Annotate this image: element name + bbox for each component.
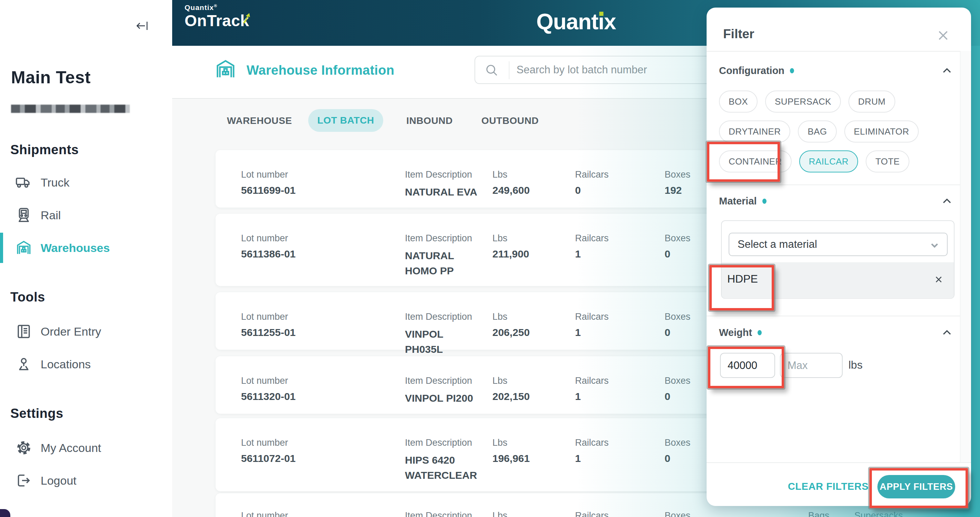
configuration-section-heading: Configuration [719, 63, 794, 78]
column-label: Item Description [405, 511, 472, 517]
active-filter-dot [757, 330, 762, 335]
remove-material-icon[interactable] [932, 273, 945, 286]
ledger-icon [15, 323, 32, 340]
active-filter-dot [762, 198, 767, 204]
sidebar-item-rail[interactable]: Rail [15, 204, 163, 227]
tab-lot-batch[interactable]: LOT BATCH [308, 109, 383, 132]
column-label: Lbs [492, 311, 508, 322]
weight-max-input[interactable] [780, 353, 843, 378]
selected-material-row: HDPE [722, 262, 954, 298]
column-label: Item Description [405, 438, 472, 448]
column-value-boxes: 192 [665, 184, 682, 196]
clear-filters-button[interactable]: CLEAR FILTERS [786, 481, 870, 493]
chip-drytainer[interactable]: DRYTAINER [719, 121, 790, 143]
panel-divider [706, 462, 971, 463]
column-value-boxes: 0 [665, 391, 670, 402]
chevron-down-icon [928, 238, 942, 252]
column-value-lbs: 249,600 [492, 184, 530, 196]
weight-min-input[interactable] [720, 353, 775, 378]
sidebar: Main Test Shipments Truck Rail [0, 0, 172, 517]
chip-railcar[interactable]: RAILCAR [799, 151, 858, 173]
sidebar-item-order-entry[interactable]: Order Entry [15, 320, 163, 343]
column-label: Boxes [665, 311, 690, 322]
sidebar-item-label: Truck [41, 176, 70, 189]
section-heading-shipments: Shipments [10, 143, 79, 157]
tab-inbound[interactable]: INBOUND [406, 115, 453, 126]
column-label: Lot number [241, 311, 288, 322]
column-value-railcars: 1 [575, 453, 581, 464]
chip-supersack[interactable]: SUPERSACK [765, 90, 841, 113]
column-label: Boxes [665, 169, 690, 180]
column-value-lbs: 202,150 [492, 391, 530, 402]
green-i-dot: ı [598, 9, 604, 34]
apply-filters-button[interactable]: APPLY FILTERS [877, 475, 955, 498]
redacted-account-details [11, 105, 130, 113]
column-label: Bags [808, 511, 829, 517]
chip-eliminator[interactable]: ELIMINATOR [844, 121, 919, 143]
active-item-indicator [0, 233, 3, 263]
material-select[interactable]: Select a material [729, 233, 948, 256]
column-label: Lbs [492, 376, 508, 386]
section-heading-settings: Settings [10, 406, 64, 421]
column-label: Item Description [405, 376, 472, 386]
column-value-item: VINPOL PH035L [405, 327, 482, 357]
chevron-up-icon[interactable] [940, 194, 954, 208]
brand-ontrack: OnTrack [185, 12, 249, 30]
material-select-value: Select a material [738, 238, 817, 251]
search-input[interactable] [516, 59, 682, 81]
sidebar-item-my-account[interactable]: My Account [15, 436, 163, 459]
column-value-lbs: 206,250 [492, 327, 530, 338]
column-value-item: VINPOL PI200 [405, 391, 482, 406]
map-pin-icon [15, 355, 32, 373]
chip-drum[interactable]: DRUM [848, 90, 895, 113]
panel-scrollbar-track[interactable] [960, 51, 971, 462]
chevron-up-icon[interactable] [940, 64, 954, 78]
material-section-heading: Material [719, 194, 767, 208]
tab-warehouse[interactable]: WAREHOUSE [227, 115, 292, 126]
section-heading-tools: Tools [10, 290, 45, 304]
column-label: Lbs [492, 169, 508, 180]
weight-unit-label: lbs [848, 358, 862, 371]
column-value-boxes: 0 [665, 453, 670, 464]
column-label: Railcars [575, 376, 609, 386]
sidebar-item-warehouses[interactable]: Warehouses [15, 236, 163, 259]
column-label: Railcars [575, 511, 609, 517]
column-value-boxes: 0 [665, 248, 670, 260]
sidebar-collapse-icon[interactable] [134, 18, 150, 35]
panel-divider [706, 184, 971, 185]
configuration-chips: BOXSUPERSACKDRUMDRYTAINERBAGELIMINATORCO… [719, 90, 958, 173]
column-label: Boxes [665, 376, 690, 386]
active-filter-dot [790, 68, 794, 73]
column-value-lbs: 211,900 [492, 248, 529, 260]
column-value-item: NATURAL HOMO PP [405, 248, 482, 279]
column-label: Supersacks [854, 511, 903, 517]
column-label: Lot number [241, 376, 288, 386]
chip-tote[interactable]: TOTE [865, 151, 909, 173]
chevron-up-icon[interactable] [940, 326, 954, 339]
sidebar-item-truck[interactable]: Truck [15, 171, 163, 194]
warehouse-icon [15, 239, 32, 257]
column-value-boxes: 0 [665, 327, 670, 338]
selected-material-label: HDPE [727, 273, 758, 285]
logout-icon [15, 472, 32, 489]
chip-box[interactable]: BOX [719, 90, 757, 113]
sidebar-item-label: Order Entry [41, 325, 101, 338]
sidebar-item-locations[interactable]: Locations [15, 353, 163, 376]
column-label: Railcars [575, 438, 609, 448]
ontrack-logo: Quantix® OnTrack [185, 3, 249, 30]
chip-bag[interactable]: BAG [798, 121, 837, 143]
sidebar-item-logout[interactable]: Logout [15, 469, 163, 492]
column-value-railcars: 1 [575, 248, 581, 260]
filter-title: Filter [723, 27, 754, 41]
chip-container[interactable]: CONTAINER [719, 151, 792, 173]
column-label: Item Description [405, 233, 472, 244]
column-label: Item Description [405, 169, 472, 180]
quantix-center-logo: Quantıx [536, 9, 616, 35]
column-label: Lbs [492, 438, 508, 448]
column-label: Boxes [665, 438, 690, 448]
chat-widget-corner[interactable] [0, 509, 10, 517]
column-label: Lot number [241, 438, 288, 448]
close-icon[interactable] [935, 27, 951, 43]
tab-outbound[interactable]: OUTBOUND [481, 115, 539, 126]
column-value-lot: 5611072-01 [241, 453, 296, 464]
